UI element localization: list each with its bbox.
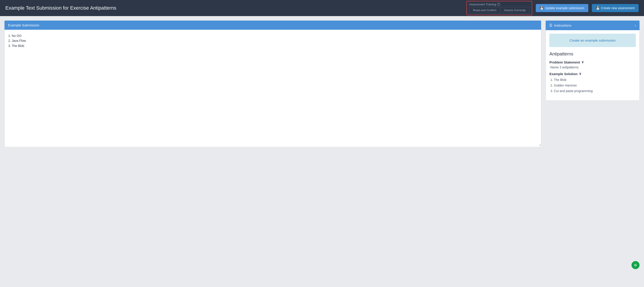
create-example-label: Create an example submission [570,38,616,42]
problem-statement-content: Name 3 antipatterns. [550,66,636,69]
example-submission-body: 1. No OO 2. Java Flow 3. The Blob [4,30,541,147]
left-panel: Example Submission 1. No OO 2. Java Flow… [4,20,541,147]
problem-statement-text: Name 3 antipatterns. [550,66,580,69]
page-title: Example Text Submission for Exercise Ant… [5,5,116,11]
list-item: Cut and paste programming [554,88,636,94]
create-button-label: Create new assessment [601,6,634,10]
assessment-training-label: Assessment Training ? [469,3,530,6]
create-assessment-button[interactable]: 💾 Create new assessment [592,4,639,12]
assessment-training-box: Assessment Training ? Read and Confirm A… [466,1,532,15]
example-submission-title: Example Submission [8,23,39,27]
header-actions: Assessment Training ? Read and Confirm A… [466,1,639,15]
update-button-label: Update example submission [545,6,584,10]
update-example-button[interactable]: 💾 Update example submission [536,4,588,12]
example-solution-section: Example Solution ∨ The Blob Golden Hamme… [550,72,636,94]
list-item: Golden Hammer [554,83,636,88]
instructions-chevron-icon[interactable]: › [635,24,636,28]
main-content: Example Submission 1. No OO 2. Java Flow… [0,16,644,152]
instructions-header-left: ☰ Instructions [549,23,571,28]
example-solution-chevron-icon: ∨ [579,72,582,76]
example-solution-list: The Blob Golden Hammer Cut and paste pro… [550,77,636,94]
example-solution-header[interactable]: Example Solution ∨ [550,72,636,76]
instructions-title: Instructions [554,24,571,27]
right-panel: ☰ Instructions › Create an example submi… [546,20,640,147]
create-example-submission-button[interactable]: Create an example submission [550,34,636,47]
problem-statement-section: Problem Statement ∨ Name 3 antipatterns. [550,60,636,69]
antipatterns-title: Antipatterns [550,52,636,56]
example-submission-header: Example Submission [4,20,541,30]
grammarly-label: G [634,263,637,267]
instructions-header: ☰ Instructions › [546,20,640,30]
submission-textarea[interactable]: 1. No OO 2. Java Flow 3. The Blob [5,30,541,146]
help-icon[interactable]: ? [497,3,500,6]
grammarly-badge[interactable]: G [632,261,640,269]
problem-statement-header[interactable]: Problem Statement ∨ [550,60,636,64]
header: Example Text Submission for Exercise Ant… [0,0,644,16]
tab-read-and-confirm[interactable]: Read and Confirm [469,7,500,14]
problem-statement-label: Problem Statement [550,60,580,64]
training-tabs: Read and Confirm Assess Correctly [469,7,530,14]
instructions-icon: ☰ [549,23,552,28]
assessment-training-text: Assessment Training [469,3,496,6]
create-icon: 💾 [596,6,600,10]
tab-assess-correctly[interactable]: Assess Correctly [500,7,530,14]
save-icon: 💾 [540,6,544,10]
instructions-body: Create an example submission Antipattern… [546,30,640,100]
list-item: The Blob [554,77,636,83]
example-solution-label: Example Solution [550,72,578,76]
problem-statement-chevron-icon: ∨ [582,60,584,64]
